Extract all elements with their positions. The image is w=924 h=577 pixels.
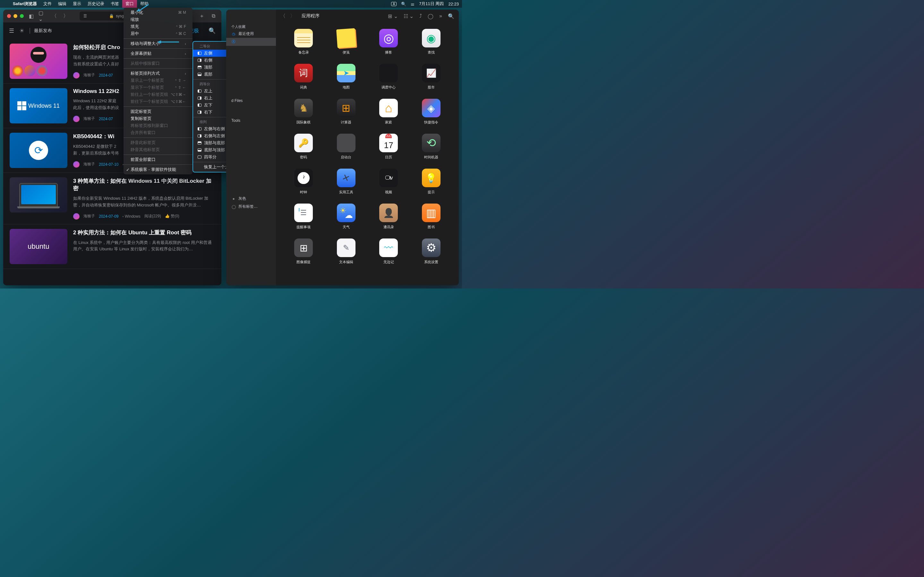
sidebar-recent[interactable]: ◷最近使用 — [226, 30, 276, 38]
sidebar-item[interactable]: Tools — [226, 117, 276, 124]
app-time-machine[interactable]: 时间机器 — [413, 134, 449, 160]
sidebar-toggle-icon[interactable]: ◧ — [27, 13, 35, 19]
group-button[interactable]: ☷ ⌄ — [404, 13, 414, 19]
close-button[interactable] — [7, 14, 11, 18]
author-avatar — [73, 161, 79, 168]
author-name: 海猴子 — [83, 116, 95, 121]
menu-mute-others: 静音其他标签页 — [124, 146, 192, 153]
menu-help[interactable]: 帮助 — [137, 0, 152, 8]
menu-show-prev-tab: 显示上一个标签页ᶺ ⇧ → — [124, 77, 192, 84]
control-center-icon[interactable]: ⚌ — [411, 2, 415, 6]
zoom-button[interactable] — [20, 14, 24, 18]
app-textedit[interactable]: 文本编辑 — [328, 239, 365, 264]
app-clock[interactable]: 时钟 — [286, 169, 322, 195]
article-item[interactable]: 3 种简单方法：如何在 Windows 11 中关闭 BitLocker 加密 … — [3, 173, 221, 224]
menubar-date[interactable]: 7月11日 周四 — [419, 1, 444, 7]
back-button[interactable]: 〈 — [50, 13, 58, 19]
app-dictionary[interactable]: 词典 — [286, 64, 322, 90]
menu-fill[interactable]: 填充ᶺ ⌘ F — [124, 23, 192, 30]
menu-minimize[interactable]: 最小化⌘ M — [124, 9, 192, 16]
article-desc: 在 Linux 系统中，用户账户主要分为两类：具有最高权限的 root 用户和普… — [73, 239, 215, 253]
menu-file[interactable]: 文件 — [40, 0, 55, 8]
url-host: sysg — [116, 14, 124, 18]
spotlight-icon[interactable]: 🔍 — [401, 2, 406, 6]
app-calendar[interactable]: JUL17日历 — [371, 134, 407, 160]
reader-icon[interactable]: ☰ — [83, 14, 87, 18]
forward-button[interactable]: 〉 — [61, 13, 70, 19]
menu-fullscreen-tile[interactable]: 全屏幕拼贴› — [124, 50, 192, 57]
article-thumbnail — [10, 44, 67, 79]
app-notes[interactable]: 备忘录 — [286, 29, 322, 55]
sidebar-tag-gray[interactable]: ●灰色 — [226, 195, 276, 203]
menu-bring-all-front[interactable]: 前置全部窗口 — [124, 156, 192, 163]
menu-tab-arrange[interactable]: 标签页排列方式› — [124, 70, 192, 77]
article-likes: 👍 赞(0) — [165, 213, 179, 219]
app-reminders[interactable]: 提醒事项 — [286, 203, 322, 229]
finder-sidebar: 个人收藏 ◷最近使用 Ⓐ应用程序 d Files Tools ●灰色 ◯所有标签… — [226, 10, 276, 285]
menu-window-item[interactable]: 系统极客 - 掌握软件技能 — [124, 166, 192, 173]
finder-forward-button[interactable]: 〉 — [290, 13, 295, 19]
app-tv[interactable]: 视频 — [371, 169, 407, 195]
app-books[interactable]: 图书 — [413, 203, 449, 229]
menu-merge-all: 合并所有窗口 — [124, 129, 192, 136]
finder-back-button[interactable]: 〈 — [280, 13, 286, 19]
author-name: 海猴子 — [83, 73, 95, 78]
article-date: 2024-07-09 — [99, 214, 118, 219]
menu-edit[interactable]: 编辑 — [55, 0, 69, 8]
menu-bookmarks[interactable]: 书签 — [107, 0, 122, 8]
app-chess[interactable]: 国际象棋 — [286, 99, 322, 125]
address-bar[interactable]: ☰ 🔒 sysg — [79, 11, 128, 21]
app-stocks[interactable]: 股市 — [413, 64, 449, 90]
app-passwords[interactable]: 密码 — [286, 134, 322, 160]
view-icons-button[interactable]: ⊞ ⌄ — [388, 13, 397, 19]
minimize-button[interactable] — [13, 14, 17, 18]
app-utilities[interactable]: 实用工具 — [328, 169, 365, 195]
sidebar-all-tags[interactable]: ◯所有标签… — [226, 203, 276, 211]
app-tips[interactable]: 提示 — [413, 169, 449, 195]
menu-history[interactable]: 历史记录 — [84, 0, 107, 8]
app-launchpad[interactable]: 启动台 — [328, 134, 365, 160]
site-search-icon[interactable]: 🔍 — [208, 27, 216, 34]
brightness-icon: ☀ — [19, 27, 24, 34]
author-avatar — [73, 116, 79, 122]
app-image-capture[interactable]: 图像捕捉 — [286, 239, 322, 264]
author-avatar — [73, 213, 79, 219]
menu-center[interactable]: 居中ᶺ ⌘ C — [124, 30, 192, 37]
app-findmy[interactable]: 查找 — [413, 29, 449, 55]
site-menu-icon[interactable]: ☰ — [9, 27, 14, 34]
new-tab-button[interactable]: ＋ — [198, 13, 206, 19]
app-shortcuts[interactable]: 快捷指令 — [413, 99, 449, 125]
sidebar-item[interactable]: d Files — [226, 97, 276, 104]
menu-mute-this: 静音此标签页 — [124, 139, 192, 146]
menubar-time[interactable]: 22:23 — [448, 2, 459, 6]
menu-dup-tab[interactable]: 复制标签页 — [124, 115, 192, 122]
app-contacts[interactable]: 通讯录 — [371, 203, 407, 229]
app-freeform[interactable]: 无边记 — [371, 239, 407, 264]
app-home[interactable]: 家庭 — [371, 99, 407, 125]
more-button[interactable]: » — [439, 13, 442, 19]
app-weather[interactable]: 天气 — [328, 203, 365, 229]
tab-group-icon[interactable]: ▢ ⌄ — [39, 13, 47, 19]
input-source-indicator[interactable]: A — [391, 2, 397, 6]
app-mission-control[interactable]: 调度中心 — [371, 64, 407, 90]
app-podcasts[interactable]: 播客 — [371, 29, 407, 55]
nav-latest[interactable]: 最新发布 — [29, 28, 52, 34]
menu-move-resize[interactable]: 移动与调整大小› — [124, 40, 192, 47]
app-maps[interactable]: 地图 — [328, 64, 365, 90]
sidebar-applications[interactable]: Ⓐ应用程序 — [226, 38, 276, 46]
share-button[interactable]: ⤴ — [419, 13, 422, 19]
tags-button[interactable]: ◯ — [428, 13, 433, 19]
tab-overview-button[interactable]: ⧉ — [209, 13, 218, 19]
author-name: 海猴子 — [83, 161, 95, 167]
search-button[interactable]: 🔍 — [448, 13, 454, 19]
menu-view[interactable]: 显示 — [69, 0, 84, 8]
app-calculator[interactable]: 计算器 — [328, 99, 365, 125]
article-item[interactable]: ubuntu 2 种实用方法：如何在 Ubuntu 上重置 Root 密码 在 … — [3, 224, 221, 269]
menu-window[interactable]: 窗口 — [122, 0, 137, 8]
app-menu[interactable]: Safari浏览器 — [10, 1, 40, 7]
app-stickies[interactable]: 便笺 — [328, 29, 365, 55]
menu-zoom[interactable]: 缩放 — [124, 16, 192, 23]
article-title: 3 种简单方法：如何在 Windows 11 中关闭 BitLocker 加密 — [73, 177, 215, 192]
app-system-settings[interactable]: 系统设置 — [413, 239, 449, 264]
menu-pin-tab[interactable]: 固定标签页 — [124, 108, 192, 115]
